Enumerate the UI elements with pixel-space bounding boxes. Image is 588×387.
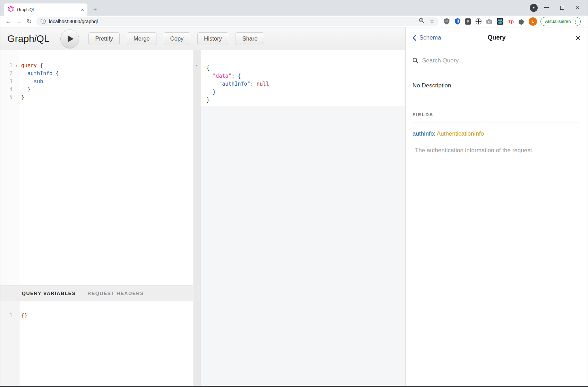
execute-query-button[interactable] [60,29,79,48]
fields-section-title: FIELDS [412,112,579,122]
merge-button[interactable]: Merge [127,32,156,45]
move-circle-extension-icon[interactable] [475,18,482,25]
history-button[interactable]: History [197,32,228,45]
reload-icon[interactable]: ↻ [24,18,34,25]
field-description: The authentication information of the re… [415,147,579,154]
field-separator: : [434,130,437,137]
code-line: } [205,96,405,104]
result-json: { "data": { "authInfo": null }} [201,50,405,104]
code-line: } [205,88,405,96]
line-number: 3 [0,78,14,86]
browser-tab[interactable]: GraphiQL × [4,3,87,16]
maximize-icon [560,6,564,10]
site-info-icon[interactable]: i [41,19,46,24]
graphiql-logo: GraphiQL [7,33,49,44]
extensions-row: UO P Tp [443,18,525,25]
line-number: 1 [0,312,14,320]
doc-close-icon[interactable]: × [576,33,581,42]
omnibox-trailing-icons: ☆ [419,18,435,25]
graphql-favicon-icon [8,6,14,13]
copy-button[interactable]: Copy [164,32,190,45]
code-line: "data": { [205,72,405,80]
fold-gutter [14,78,19,86]
code-line: 3 sub [0,78,193,86]
doc-explorer-header: Schema Query × [406,27,588,48]
p-extension-icon[interactable]: P [465,18,471,25]
code-line: 2 authInfo { [0,70,193,78]
play-icon [68,35,74,42]
forward-icon[interactable]: → [14,18,24,25]
browser-window: GraphiQL × + ▾ × ← → ↻ i localhost:3000/… [0,0,588,387]
url-text[interactable]: localhost:3000/graphql [49,19,416,24]
browser-update-button[interactable]: Aktualisieren ⋮ [540,17,581,26]
tp-extension-icon[interactable]: Tp [508,18,514,25]
fold-gutter [14,94,19,102]
chevron-left-icon [412,35,416,41]
line-number: 2 [0,70,14,78]
fold-gutter [14,312,19,320]
secondary-editor-tabs: QUERY VARIABLES REQUEST HEADERS [0,285,193,301]
react-devtools-extension-icon[interactable] [497,18,503,25]
doc-explorer-content: No Description FIELDS authInfo: Authenti… [406,73,588,154]
tab-request-headers[interactable]: REQUEST HEADERS [87,291,144,296]
code-line: "authInfo": null [205,80,405,88]
svg-text:UO: UO [445,20,448,22]
window-minimize-button[interactable] [539,0,554,15]
graphiql-app: GraphiQL Prettify Merge Copy History Sha… [0,27,588,386]
result-viewer: { "data": { "authInfo": null }} [201,50,405,386]
code-line: { [205,64,405,72]
doc-explorer-panel: Schema Query × No Description FIELDS aut… [405,27,588,386]
graphiql-topbar: GraphiQL Prettify Merge Copy History Sha… [0,27,405,50]
tab-title: GraphiQL [17,7,78,12]
back-icon[interactable]: ← [3,18,14,25]
type-description: No Description [412,82,579,89]
extensions-puzzle-icon[interactable] [518,18,525,25]
camera-extension-icon[interactable] [486,18,493,25]
bitwarden-extension-icon[interactable] [454,18,461,25]
field-item: authInfo: AuthenticationInfo [412,130,579,137]
code-line: 4 } [0,86,193,94]
graphiql-main: GraphiQL Prettify Merge Copy History Sha… [0,27,405,386]
browser-menu-icon[interactable]: ⋮ [573,19,578,24]
code-line: 1▾query { [0,62,193,70]
query-editor[interactable]: 1▾query {2 authInfo {3 sub4 }5} [0,50,193,285]
window-close-button[interactable]: × [570,0,585,15]
line-number: 4 [0,86,14,94]
query-variables-editor[interactable]: 1{} [0,301,193,386]
fold-icon[interactable]: ▾ [14,62,19,70]
type-name-link[interactable]: AuthenticationInfo [437,130,484,137]
tab-strip: GraphiQL × + ▾ × [0,0,588,16]
doc-search-input[interactable] [422,57,581,64]
doc-back-link[interactable]: Schema [412,34,441,41]
bookmark-star-icon[interactable]: ☆ [429,18,435,24]
search-icon [412,58,418,63]
tab-query-variables[interactable]: QUERY VARIABLES [22,291,76,296]
new-tab-button[interactable]: + [90,5,100,14]
tab-close-icon[interactable]: × [81,7,84,12]
workspace: 1▾query {2 authInfo {3 sub4 }5} QUERY VA… [0,50,405,386]
zoom-in-icon[interactable] [419,18,425,25]
code-line: 1{} [0,312,193,320]
update-button-label: Aktualisieren [545,19,571,24]
minimize-icon [544,7,549,8]
fold-gutter [14,70,19,78]
share-button[interactable]: Share [236,32,264,45]
line-number: 1 [0,62,14,70]
toolbar-buttons: Prettify Merge Copy History Share [88,32,264,45]
line-number: 5 [0,94,14,102]
field-name-link[interactable]: authInfo [412,130,434,137]
window-maximize-button[interactable] [555,0,569,15]
code-line: 5} [0,94,193,102]
address-bar: ← → ↻ i localhost:3000/graphql ☆ UO P [0,16,588,27]
editor-column: 1▾query {2 authInfo {3 sub4 }5} QUERY VA… [0,50,193,386]
profile-avatar[interactable]: L [529,17,537,26]
prettify-button[interactable]: Prettify [88,32,119,45]
fold-gutter [14,86,19,94]
url-bar[interactable]: i localhost:3000/graphql ☆ [36,17,439,26]
doc-search-bar [406,48,588,73]
doc-back-label: Schema [419,34,441,41]
pane-splitter[interactable]: ▾ [193,50,201,386]
tab-search-icon[interactable]: ▾ [530,4,538,12]
ublock-extension-icon[interactable]: UO [443,18,450,25]
result-fold-icon[interactable]: ▾ [196,63,197,67]
